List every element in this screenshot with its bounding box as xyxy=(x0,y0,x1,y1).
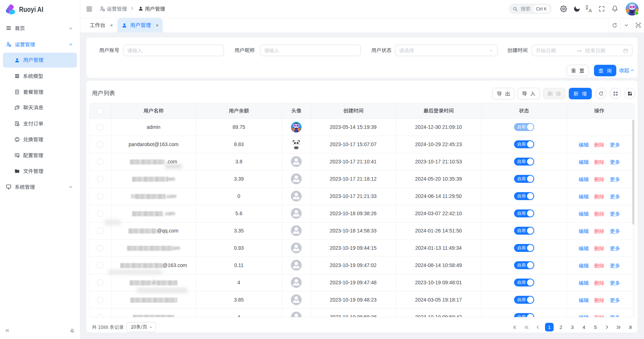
svg-text:A: A xyxy=(589,8,592,13)
